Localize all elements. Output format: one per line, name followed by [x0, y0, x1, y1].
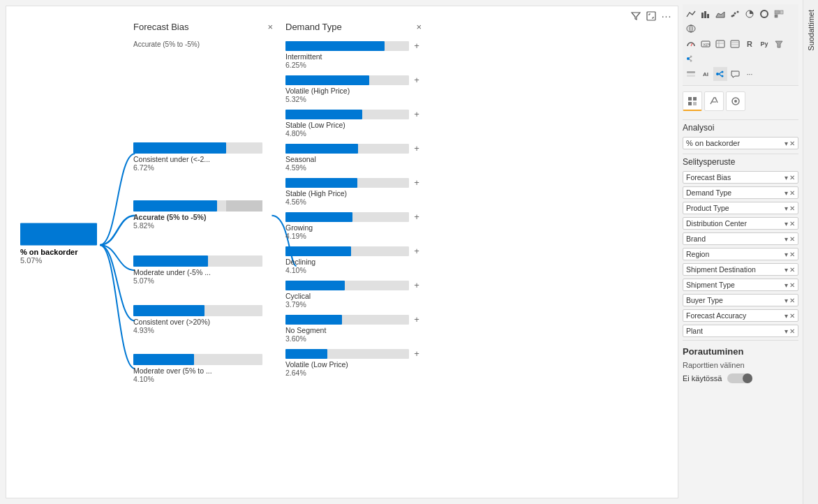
expand-icon[interactable] — [646, 10, 657, 22]
filter-item-1[interactable]: Demand Type ▾ ✕ — [683, 186, 798, 199]
chart-icon-donut[interactable] — [757, 7, 771, 21]
chart-icon-qa[interactable] — [728, 67, 742, 81]
demand-plus-9[interactable]: + — [412, 348, 422, 359]
chart-icon-py[interactable]: Py — [757, 37, 771, 51]
level1-node-0[interactable]: Consistent under (<-2... 6.72% — [133, 142, 262, 172]
filter-item-label-9: Forecast Accuracy — [686, 311, 784, 320]
filter-close-4[interactable]: ✕ — [789, 235, 795, 243]
demand-plus-3[interactable]: + — [412, 143, 422, 154]
filter-chevron-10[interactable]: ▾ — [784, 327, 788, 335]
forecast-bias-close[interactable]: × — [267, 22, 273, 32]
chart-icon-area[interactable] — [713, 7, 727, 21]
filter-chevron-9[interactable]: ▾ — [784, 312, 788, 320]
filter-chevron-1[interactable]: ▾ — [784, 189, 788, 197]
filter-item-8[interactable]: Buyer Type ▾ ✕ — [683, 294, 798, 306]
filter-item-10[interactable]: Plant ▾ ✕ — [683, 325, 798, 337]
demand-plus-5[interactable]: + — [412, 212, 422, 222]
level1-node-4[interactable]: Moderate over (5% to ... 4.10% — [133, 354, 262, 383]
chart-toolbar: ··· — [630, 10, 672, 22]
tab-format[interactable] — [704, 91, 724, 111]
chart-icon-matrix[interactable] — [713, 37, 727, 51]
filter-close-6[interactable]: ✕ — [789, 266, 795, 274]
chart-icon-line[interactable] — [684, 7, 698, 21]
level1-node-1[interactable]: Accurate (5% to -5%) 5.82% — [133, 200, 262, 230]
filter-icon[interactable] — [630, 10, 641, 22]
level1-node-3[interactable]: Consistent over (>20%) 4.93% — [133, 305, 262, 334]
root-node[interactable]: % on backorder 5.07% — [20, 223, 97, 265]
demand-plus-0[interactable]: + — [412, 40, 422, 51]
svg-point-10 — [763, 13, 766, 15]
chart-icon-gauge[interactable] — [684, 37, 698, 51]
tab-analytics[interactable] — [726, 91, 745, 111]
clear-icon[interactable]: ✕ — [789, 140, 795, 147]
demand-value-9: 2.64% — [285, 369, 422, 377]
chart-icon-pie[interactable] — [743, 7, 757, 21]
demand-bar-fill-2 — [285, 110, 362, 119]
node-label-3: Consistent over (>20%) — [133, 318, 262, 326]
chart-icon-smart[interactable]: AI — [699, 67, 713, 81]
more-icon[interactable]: ··· — [661, 10, 672, 22]
demand-bar-fill-1 — [285, 75, 369, 85]
chart-icon-bar[interactable] — [699, 7, 713, 21]
filter-chevron-3[interactable]: ▾ — [784, 220, 788, 228]
tab-fields[interactable] — [683, 91, 702, 111]
filter-item-label-1: Demand Type — [686, 188, 784, 197]
filter-chevron-4[interactable]: ▾ — [784, 235, 788, 243]
chart-icon-card[interactable]: KPI — [699, 37, 713, 51]
demand-plus-2[interactable]: + — [412, 109, 422, 119]
chart-icon-more2[interactable]: ··· — [743, 67, 757, 81]
filter-close-1[interactable]: ✕ — [789, 189, 795, 197]
chart-icon-table[interactable] — [728, 37, 742, 51]
demand-plus-7[interactable]: + — [412, 280, 422, 290]
chart-icon-slicer[interactable] — [684, 67, 698, 81]
chart-icon-map[interactable] — [684, 22, 698, 36]
demand-type-close[interactable]: × — [416, 22, 422, 32]
filter-item-5[interactable]: Region ▾ ✕ — [683, 248, 798, 260]
chart-icon-decomp-tree[interactable] — [713, 67, 727, 81]
toggle-switch[interactable] — [727, 373, 752, 383]
demand-value-6: 4.10% — [285, 266, 422, 274]
svg-rect-13 — [775, 15, 778, 17]
filter-close-5[interactable]: ✕ — [789, 251, 795, 258]
filter-item-6[interactable]: Shipment Destination ▾ ✕ — [683, 263, 798, 276]
filter-item-3[interactable]: Distribution Center ▾ ✕ — [683, 217, 798, 230]
chart-icon-funnel[interactable] — [772, 37, 786, 51]
filter-close-9[interactable]: ✕ — [789, 312, 795, 320]
chevron-down-icon[interactable]: ▾ — [784, 140, 788, 147]
chart-icon-decomp[interactable] — [684, 52, 698, 66]
filter-chevron-0[interactable]: ▾ — [784, 174, 788, 181]
filter-close-7[interactable]: ✕ — [789, 281, 795, 289]
filter-item-4[interactable]: Brand ▾ ✕ — [683, 232, 798, 245]
filter-close-0[interactable]: ✕ — [789, 174, 795, 181]
filter-chevron-6[interactable]: ▾ — [784, 266, 788, 274]
filter-chevron-2[interactable]: ▾ — [784, 205, 788, 212]
demand-plus-1[interactable]: + — [412, 75, 422, 85]
filter-item-9[interactable]: Forecast Accuracy ▾ ✕ — [683, 309, 798, 322]
chart-icon-treemap[interactable] — [772, 7, 786, 21]
node-bar-fill-1 — [133, 200, 217, 212]
filter-item-7[interactable]: Shipment Type ▾ ✕ — [683, 279, 798, 291]
filter-icons-5: ▾ ✕ — [784, 251, 795, 258]
filter-item-2[interactable]: Product Type ▾ ✕ — [683, 202, 798, 214]
filter-chevron-7[interactable]: ▾ — [784, 281, 788, 289]
analysoi-dropdown[interactable]: % on backorder ▾ ✕ — [683, 137, 798, 149]
chart-icon-r[interactable]: R — [743, 37, 757, 51]
demand-plus-6[interactable]: + — [412, 246, 422, 256]
filter-chevron-5[interactable]: ▾ — [784, 251, 788, 258]
filter-close-8[interactable]: ✕ — [789, 297, 795, 304]
filter-icons-3: ▾ ✕ — [784, 220, 795, 228]
suodattimet-label[interactable]: Suodattimet — [807, 10, 815, 51]
demand-bar-bg-2 — [285, 110, 409, 119]
main-container: ··· Forecast Bias × Accurate (5% to -5%) — [0, 0, 818, 504]
filter-close-10[interactable]: ✕ — [789, 327, 795, 335]
demand-bar-bg-0 — [285, 41, 409, 51]
filter-close-3[interactable]: ✕ — [789, 220, 795, 228]
demand-plus-4[interactable]: + — [412, 177, 422, 188]
filter-icons-6: ▾ ✕ — [784, 266, 795, 274]
level1-node-2[interactable]: Moderate under (-5% ... 5.07% — [133, 255, 262, 285]
demand-plus-8[interactable]: + — [412, 314, 422, 325]
chart-icon-scatter[interactable] — [728, 7, 742, 21]
filter-chevron-8[interactable]: ▾ — [784, 297, 788, 304]
filter-close-2[interactable]: ✕ — [789, 205, 795, 212]
filter-item-0[interactable]: Forecast Bias ▾ ✕ — [683, 171, 798, 184]
